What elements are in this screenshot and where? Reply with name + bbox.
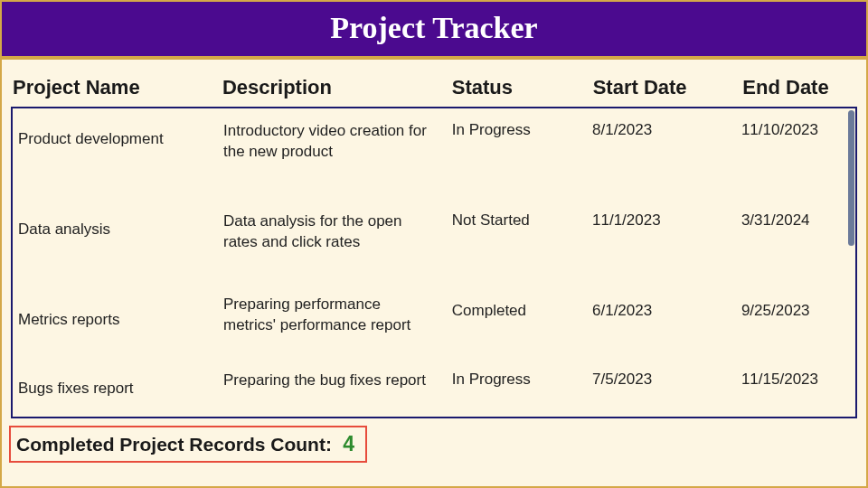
col-header-start[interactable]: Start Date xyxy=(593,76,743,99)
col-header-description[interactable]: Description xyxy=(222,76,452,99)
cell-name: Product development xyxy=(13,121,223,148)
table-row[interactable]: Metrics reports Preparing performance me… xyxy=(13,289,855,358)
cell-name: Metrics reports xyxy=(13,302,223,329)
completed-count-box: Completed Project Records Count: 4 xyxy=(9,426,367,463)
table-row[interactable]: Bugs fixes report Preparing the bug fixe… xyxy=(13,358,855,418)
cell-name: Bugs fixes report xyxy=(13,371,223,398)
scrollbar[interactable] xyxy=(846,108,855,417)
cell-name: Data analysis xyxy=(13,211,223,239)
cell-description: Preparing performance metrics' performan… xyxy=(223,295,452,333)
cell-status: In Progress xyxy=(452,371,592,389)
completed-count-label: Completed Project Records Count: xyxy=(16,434,332,455)
table-row[interactable]: Product development Introductory video c… xyxy=(13,108,855,199)
cell-start: 8/1/2023 xyxy=(592,121,741,139)
cell-description: Data analysis for the open rates and cli… xyxy=(223,211,452,253)
cell-start: 7/5/2023 xyxy=(592,371,741,389)
cell-status: In Progress xyxy=(452,121,592,139)
completed-count-value: 4 xyxy=(343,432,354,455)
col-header-status[interactable]: Status xyxy=(452,76,593,99)
cell-end: 3/31/2024 xyxy=(741,211,855,230)
scrollbar-thumb[interactable] xyxy=(848,110,854,246)
cell-status: Not Started xyxy=(452,211,592,230)
col-header-name[interactable]: Project Name xyxy=(11,76,222,99)
cell-start: 6/1/2023 xyxy=(592,302,741,320)
table-header-row: Project Name Description Status Start Da… xyxy=(11,69,857,107)
col-header-end[interactable]: End Date xyxy=(742,76,857,99)
cell-description: Preparing the bug fixes report xyxy=(223,371,452,391)
project-table: Project Name Description Status Start Da… xyxy=(2,60,866,418)
cell-end: 9/25/2023 xyxy=(741,302,855,320)
cell-end: 11/10/2023 xyxy=(741,121,855,139)
app-header: Project Tracker xyxy=(2,2,866,60)
cell-start: 11/1/2023 xyxy=(592,211,741,230)
table-body[interactable]: Product development Introductory video c… xyxy=(11,107,857,418)
table-row[interactable]: Data analysis Data analysis for the open… xyxy=(13,199,855,289)
cell-end: 11/15/2023 xyxy=(741,371,855,389)
cell-status: Completed xyxy=(452,302,592,320)
cell-description: Introductory video creation for the new … xyxy=(223,121,452,163)
page-title: Project Tracker xyxy=(2,11,866,45)
